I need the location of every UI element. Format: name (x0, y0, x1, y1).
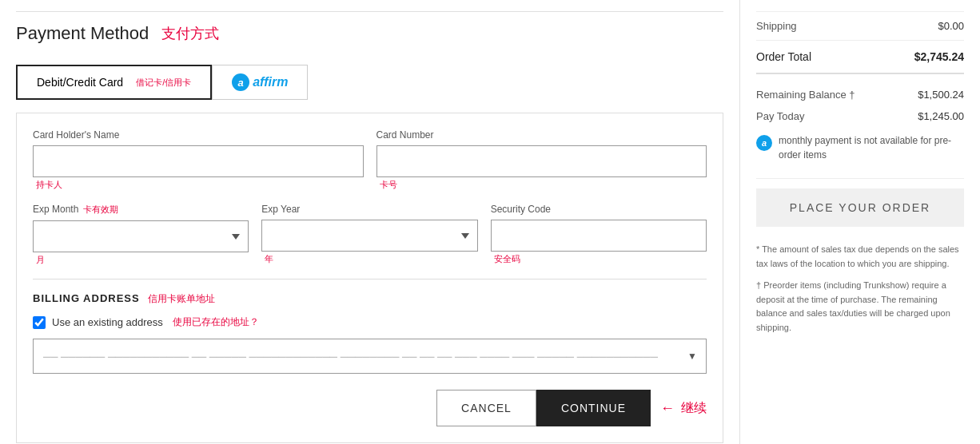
exp-year-label-zh: 年 (265, 253, 477, 265)
card-number-input[interactable] (376, 145, 707, 177)
use-existing-label-zh: 使用已存在的地址？ (173, 315, 259, 329)
security-code-input[interactable] (491, 220, 707, 252)
order-total-line: Order Total $2,745.24 (756, 41, 964, 74)
affirm-text: affirm (253, 75, 288, 89)
address-select[interactable]: ── ────── ─────────── ── ───── ─────────… (33, 339, 707, 374)
billing-title-zh: 信用卡账单地址 (148, 292, 215, 306)
address-select-wrapper: ── ────── ─────────── ── ───── ─────────… (33, 339, 707, 374)
arrow-right-icon: ← (660, 400, 675, 417)
security-code-group: Security Code 安全码 (491, 204, 707, 266)
card-row-1: Card Holder's Name 持卡人 Card Number 卡号 (33, 129, 707, 191)
card-number-label: Card Number (376, 129, 434, 141)
cardholder-group: Card Holder's Name 持卡人 (33, 129, 364, 191)
remaining-balance-label: Remaining Balance † (756, 89, 855, 101)
billing-title-en: BILLING ADDRESS (33, 292, 140, 304)
exp-year-label: Exp Year (261, 204, 300, 215)
continue-annotation: ← 继续 (660, 400, 707, 417)
form-divider (33, 279, 707, 279)
pay-today-value: $1,245.00 (918, 110, 964, 122)
shipping-value: $0.00 (938, 20, 964, 32)
continue-zh: 继续 (681, 400, 707, 417)
card-form: Card Holder's Name 持卡人 Card Number 卡号 (16, 113, 723, 443)
balance-section: Remaining Balance † $1,500.24 Pay Today … (756, 84, 964, 179)
exp-year-select[interactable]: 2024 2025 2026 (261, 220, 477, 252)
affirm-logo: a affirm (232, 73, 288, 91)
security-code-label-zh: 安全码 (494, 253, 707, 265)
exp-year-group: Exp Year 2024 2025 2026 年 (261, 204, 477, 266)
cancel-button[interactable]: CANCEL (436, 390, 536, 426)
exp-month-select[interactable]: 01 02 03 12 (33, 220, 249, 252)
use-existing-label: Use an existing address (52, 316, 163, 328)
tab-affirm[interactable]: a affirm (212, 65, 308, 100)
payment-title-zh: 支付方式 (161, 24, 219, 43)
shipping-label: Shipping (756, 20, 797, 32)
remaining-balance-line: Remaining Balance † $1,500.24 (756, 84, 964, 105)
use-existing-checkbox[interactable] (33, 316, 46, 329)
continue-button[interactable]: CONTINUE (536, 390, 651, 426)
debit-credit-label: Debit/Credit Card (37, 76, 123, 89)
payment-tabs: Debit/Credit Card 借记卡/信用卡 a affirm (16, 65, 723, 100)
cardholder-label-zh: 持卡人 (36, 179, 364, 191)
card-row-2: Exp Month 卡有效期 01 02 03 12 月 Exp Year (33, 204, 707, 266)
pay-today-line: Pay Today $1,245.00 (756, 105, 964, 127)
exp-month-label: Exp Month (33, 204, 78, 215)
affirm-note-icon: a (756, 135, 772, 151)
payment-panel: Payment Method 支付方式 Debit/Credit Card 借记… (0, 0, 740, 444)
place-order-button[interactable]: PLACE YOUR ORDER (756, 188, 964, 227)
payment-title-en: Payment Method (16, 23, 149, 44)
security-code-label: Security Code (491, 204, 551, 215)
debit-credit-label-zh: 借记卡/信用卡 (136, 77, 191, 89)
cardholder-label: Card Holder's Name (33, 129, 119, 141)
section-title-row: Payment Method 支付方式 (16, 11, 723, 50)
order-total-value: $2,745.24 (914, 50, 964, 63)
action-row: CANCEL CONTINUE ← 继续 (33, 390, 707, 426)
exp-month-label-zh: 月 (36, 254, 249, 266)
affirm-note-text: monthly payment is not available for pre… (779, 133, 964, 162)
pay-today-label: Pay Today (756, 110, 804, 122)
affirm-note-row: a monthly payment is not available for p… (756, 127, 964, 168)
order-summary-panel: Shipping $0.00 Order Total $2,745.24 Rem… (740, 0, 980, 444)
exp-validity-zh: 卡有效期 (83, 204, 118, 216)
exp-month-group: Exp Month 卡有效期 01 02 03 12 月 (33, 204, 249, 266)
tab-debit-credit[interactable]: Debit/Credit Card 借记卡/信用卡 (16, 65, 212, 100)
affirm-circle-icon: a (232, 73, 249, 91)
order-total-label: Order Total (756, 50, 811, 63)
remaining-balance-value: $1,500.24 (918, 89, 964, 101)
cardholder-name-input[interactable] (33, 145, 364, 177)
shipping-line: Shipping $0.00 (756, 11, 964, 41)
use-existing-row: Use an existing address 使用已存在的地址？ (33, 315, 707, 329)
disclaimer-text: * The amount of sales tax due depends on… (756, 243, 964, 271)
card-number-group: Card Number 卡号 (376, 129, 707, 191)
card-number-label-zh: 卡号 (380, 179, 707, 191)
billing-section: BILLING ADDRESS 信用卡账单地址 Use an existing … (33, 292, 707, 374)
footnote-text: † Preorder items (including Trunkshow) r… (756, 279, 964, 335)
